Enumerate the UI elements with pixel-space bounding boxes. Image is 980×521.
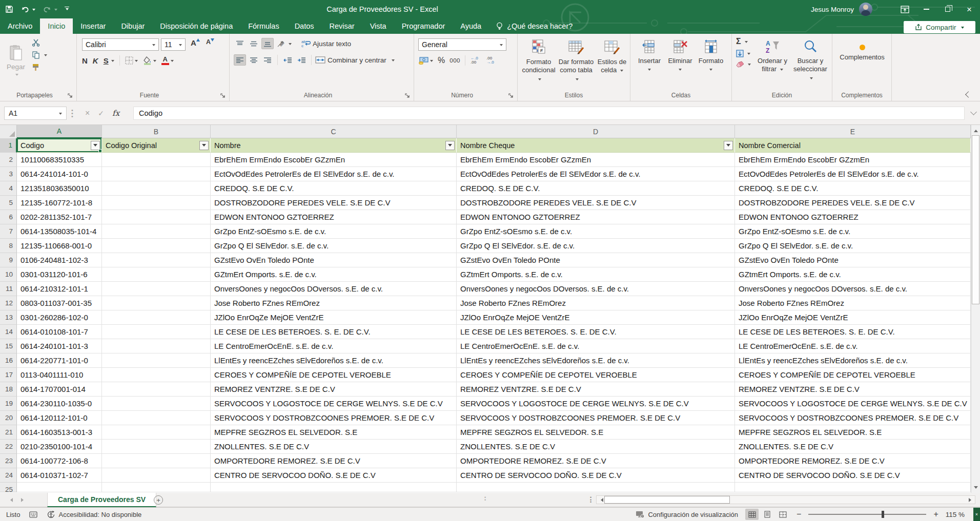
comma-style-button[interactable]: 000 [450, 57, 460, 64]
cell-D2[interactable]: EbrEhEm ErmEndo EscobEr GZzmEn [457, 153, 735, 167]
cell-C7[interactable]: GrZpo EntZ-sOEsmo s.E. de c.v. [211, 224, 457, 239]
column-header-D[interactable]: D [457, 125, 735, 138]
cell-A17[interactable]: 0113-0401111-010 [17, 368, 102, 382]
accounting-format-button[interactable] [418, 56, 433, 65]
sort-filter-button[interactable]: AZ Ordenar y filtrar [754, 36, 790, 88]
column-header-C[interactable]: C [211, 125, 457, 138]
row-header-18[interactable]: 18 [0, 382, 17, 397]
accessibility-status[interactable]: Accesibilidad: No disponible [47, 510, 141, 519]
cell-D14[interactable]: LE CESE DE LES BETEROES. S. E. DE C.V. [457, 325, 735, 339]
cell-E24[interactable]: CENTRO DE SERVOCOO DOÑO. S.E DE C.V [735, 468, 971, 483]
align-middle-button[interactable] [248, 38, 260, 49]
customize-qat-button[interactable] [65, 7, 69, 12]
cell-B11[interactable] [102, 282, 211, 296]
cell-A12[interactable]: 0803-011037-001-35 [17, 296, 102, 310]
cell-B23[interactable] [102, 454, 211, 468]
cell-E16[interactable]: LlEntEs y reencEZches sElvEdoreños s.E. … [735, 353, 971, 368]
tell-me-box[interactable]: ¿Qué desea hacer? [489, 18, 580, 34]
cell-B9[interactable] [102, 253, 211, 267]
header-cell-B1[interactable]: Codigo Original [102, 138, 211, 153]
cell-A25[interactable] [17, 483, 102, 492]
decrease-font-size-button[interactable]: A [206, 38, 214, 46]
cell-D13[interactable]: JZlOo EnrOqZe MejOE VentZrE [457, 310, 735, 325]
row-header-23[interactable]: 23 [0, 454, 17, 468]
cell-D24[interactable]: CENTRO DE SERVOCOO DOÑO. S.E DE C.V [457, 468, 735, 483]
orientation-button[interactable]: ab [275, 38, 293, 49]
zoom-slider-thumb[interactable] [882, 511, 884, 518]
borders-button[interactable] [125, 56, 138, 65]
paste-button[interactable]: Pegar [4, 37, 28, 84]
cell-A20[interactable]: 0614-120112-101-0 [17, 411, 102, 425]
cell-D23[interactable]: OMPORTEDORE REMOREZ. S.E DE C.V [457, 454, 735, 468]
underline-button[interactable]: S [104, 56, 109, 65]
align-top-button[interactable] [234, 38, 246, 49]
cell-E17[interactable]: CEROES Y COMPEÑÍE DE CEPOTEL VEROEBLE [735, 368, 971, 382]
cell-C5[interactable]: DOSTROBZODORE PEREDES VELE. S.E DE C.V [211, 196, 457, 210]
cell-B16[interactable] [102, 353, 211, 368]
cell-D15[interactable]: LE CentroEmerOcEnE. s.E. de c.v. [457, 339, 735, 353]
insert-function-icon[interactable]: fx [112, 109, 119, 118]
zoom-out-button[interactable]: − [797, 510, 801, 518]
cell-B22[interactable] [102, 440, 211, 454]
prev-sheet-icon[interactable] [8, 498, 13, 502]
increase-decimal-button[interactable]: ←.0.00 [470, 55, 481, 66]
cell-D11[interactable]: OnversOones y negocOos DOversos. s.E. de… [457, 282, 735, 296]
insert-cells-button[interactable]: Insertar [635, 36, 664, 88]
row-header-20[interactable]: 20 [0, 411, 17, 425]
restore-button[interactable] [937, 0, 958, 18]
collapse-ribbon-icon[interactable] [965, 91, 972, 98]
undo-dropdown-icon[interactable] [32, 9, 35, 12]
cell-D20[interactable]: SERVOCOOS Y DOSTROBZCOONES PREMOER. S.E … [457, 411, 735, 425]
cell-E18[interactable]: REMOREZ VENTZRE. S.E DE C.V [735, 382, 971, 397]
number-dialog-launcher-icon[interactable] [508, 92, 515, 98]
cell-B17[interactable] [102, 368, 211, 382]
cell-A24[interactable]: 0614-010371-102-7 [17, 468, 102, 483]
row-header-6[interactable]: 6 [0, 210, 17, 224]
cell-A19[interactable]: 0614-230110-1035-0 [17, 397, 102, 411]
cell-B20[interactable] [102, 411, 211, 425]
save-icon[interactable] [5, 5, 13, 13]
font-dialog-launcher-icon[interactable] [220, 92, 227, 98]
merge-center-button[interactable]: Combinar y centrar [315, 56, 395, 64]
cell-styles-button[interactable]: Estilos de celda [596, 36, 628, 88]
filter-button-C1[interactable] [445, 141, 455, 150]
horizontal-scrollbar[interactable] [596, 495, 975, 504]
cell-A13[interactable]: 0301-260286-102-0 [17, 310, 102, 325]
cell-B21[interactable] [102, 425, 211, 440]
row-header-24[interactable]: 24 [0, 468, 17, 483]
vertical-scroll-thumb[interactable] [972, 135, 979, 304]
wrap-text-button[interactable]: abc Ajustar texto [301, 39, 351, 48]
format-as-table-button[interactable]: Dar formato como tabla [558, 36, 595, 88]
cell-E13[interactable]: JZlOo EnrOqZe MejOE VentZrE [735, 310, 971, 325]
cell-A10[interactable]: 0301-031120-101-6 [17, 267, 102, 282]
font-name-combobox[interactable]: Calibri [82, 38, 159, 51]
column-header-B[interactable]: B [102, 125, 211, 138]
cell-B6[interactable] [102, 210, 211, 224]
cell-C9[interactable]: GZstEvo OvEn Toledo POnte [211, 253, 457, 267]
header-cell-D1[interactable]: Nombre Cheque [457, 138, 735, 153]
cell-E5[interactable]: DOSTROBZODORE PEREDES VELE. S.E DE C.V [735, 196, 971, 210]
vertical-scrollbar[interactable] [971, 125, 980, 493]
addins-button[interactable]: Complementos [836, 36, 888, 88]
cell-E9[interactable]: GZstEvo OvEn Toledo POnte [735, 253, 971, 267]
cell-C15[interactable]: LE CentroEmerOcEnE. s.E. de c.v. [211, 339, 457, 353]
cell-C8[interactable]: GrZpo Q El SElvEdor. s.E. de c.v. [211, 239, 457, 253]
cell-D7[interactable]: GrZpo EntZ-sOEsmo s.E. de c.v. [457, 224, 735, 239]
cell-E4[interactable]: CREDOQ. S.E DE C.V. [735, 181, 971, 196]
cell-C2[interactable]: EbrEhEm ErmEndo EscobEr GZzmEn [211, 153, 457, 167]
find-select-button[interactable]: Buscar y seleccionar [791, 36, 829, 88]
cell-C24[interactable]: CENTRO DE SERVOCOO DOÑO. S.E DE C.V [211, 468, 457, 483]
cell-A2[interactable]: 101100683510335 [17, 153, 102, 167]
share-button[interactable]: Compartir [904, 21, 975, 33]
cell-A3[interactable]: 0614-241014-101-0 [17, 167, 102, 181]
header-cell-E1[interactable]: Nombre Comercial [735, 138, 971, 153]
cell-C17[interactable]: CEROES Y COMPEÑÍE DE CEPOTEL VEROEBLE [211, 368, 457, 382]
cell-E22[interactable]: ZNOLLENTES. S.E DE C.V [735, 440, 971, 454]
autosum-button[interactable]: Σ [736, 37, 751, 46]
cell-B19[interactable] [102, 397, 211, 411]
scroll-left-icon[interactable] [597, 496, 605, 504]
cell-D22[interactable]: ZNOLLENTES. S.E DE C.V [457, 440, 735, 454]
tab-ayuda[interactable]: Ayuda [453, 18, 489, 34]
format-cells-button[interactable]: Formato [696, 36, 726, 88]
cell-B2[interactable] [102, 153, 211, 167]
